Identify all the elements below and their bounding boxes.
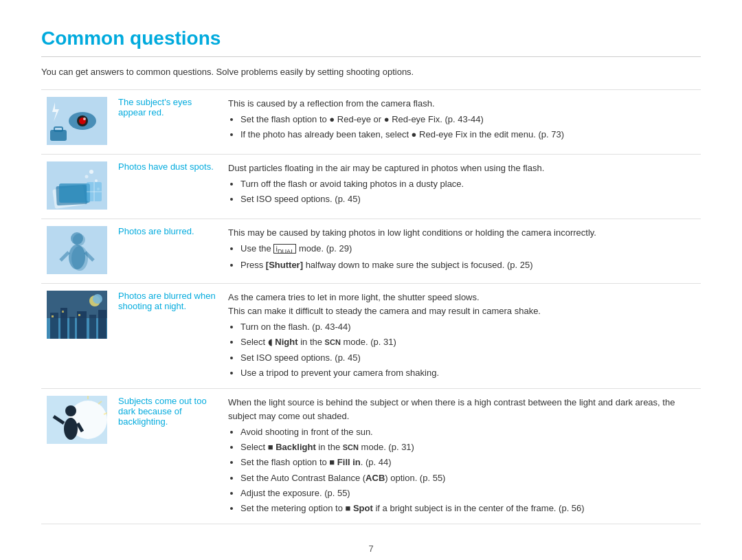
faq-desc-intro-dust-spots: Dust particles floating in the air may b…	[228, 161, 695, 175]
faq-desc-red-eye: This is caused by a reflection from the …	[223, 90, 701, 155]
faq-row-dust-spots: Photos have dust spots.Dust particles fl…	[41, 155, 701, 219]
svg-rect-33	[69, 317, 75, 339]
faq-row-red-eye: The subject's eyes appear red.This is ca…	[41, 90, 701, 155]
faq-bullet-item: Select ■ Backlight in the SCN mode. (p. …	[240, 440, 695, 454]
faq-bullet-item: Use the iDUAL mode. (p. 29)	[240, 242, 695, 256]
faq-image-night-blur	[41, 284, 113, 389]
faq-desc-intro-blurred: This may be caused by taking photos in l…	[228, 226, 695, 240]
svg-point-43	[64, 418, 78, 440]
faq-desc-intro-backlight: When the light source is behind the subj…	[228, 396, 695, 423]
faq-row-blurred: Photos are blurred.This may be caused by…	[41, 219, 701, 284]
faq-bullet-item: Press [Shutter] halfway down to make sur…	[240, 258, 695, 272]
faq-bullet-item: Avoid shooting in front of the sun.	[240, 425, 695, 439]
svg-point-5	[83, 117, 86, 120]
svg-point-14	[85, 175, 89, 179]
faq-label-night-blur: Photos are blurred when shooting at nigh…	[113, 284, 223, 389]
faq-bullets-red-eye: Set the flash option to ● Red-eye or ● R…	[240, 113, 695, 142]
faq-bullets-night-blur: Turn on the flash. (p. 43-44)Select ◖ Ni…	[240, 320, 695, 380]
faq-image-blurred	[41, 219, 113, 284]
faq-label-dust-spots: Photos have dust spots.	[113, 155, 223, 219]
faq-table: The subject's eyes appear red.This is ca…	[41, 89, 701, 524]
faq-bullet-item: Set the metering option to ■ Spot if a b…	[240, 502, 695, 515]
page-title: Common questions	[41, 27, 701, 49]
faq-bullet-item: Set ISO speed options. (p. 45)	[240, 351, 695, 365]
faq-image-red-eye	[41, 90, 113, 155]
svg-rect-39	[78, 314, 80, 316]
faq-bullets-backlight: Avoid shooting in front of the sun.Selec…	[240, 425, 695, 515]
faq-bullet-item: Set ISO speed options. (p. 45)	[240, 192, 695, 206]
faq-desc-night-blur: As the camera tries to let in more light…	[223, 284, 701, 389]
faq-label-blurred: Photos are blurred.	[113, 219, 223, 284]
svg-rect-37	[52, 315, 54, 317]
svg-rect-35	[89, 315, 96, 339]
faq-label-red-eye: The subject's eyes appear red.	[113, 90, 223, 155]
faq-desc-backlight: When the light source is behind the subj…	[223, 388, 701, 524]
svg-point-21	[73, 234, 85, 246]
svg-point-42	[65, 405, 76, 416]
svg-point-12	[89, 170, 93, 174]
faq-desc-blurred: This may be caused by taking photos in l…	[223, 219, 701, 284]
title-divider	[41, 56, 701, 57]
faq-image-backlight	[41, 388, 113, 524]
page-number: 7	[41, 544, 701, 554]
faq-bullet-item: Adjust the exposure. (p. 55)	[240, 486, 695, 500]
faq-bullet-item: Set the Auto Contrast Balance (ACB) opti…	[240, 471, 695, 485]
faq-desc-intro-night-blur: As the camera tries to let in more light…	[228, 291, 695, 304]
faq-desc-intro-red-eye: This is caused by a reflection from the …	[228, 97, 695, 111]
svg-point-23	[71, 246, 88, 271]
faq-desc-dust-spots: Dust particles floating in the air may b…	[223, 155, 701, 219]
svg-rect-11	[59, 183, 90, 203]
faq-bullet-item: Use a tripod to prevent your camera from…	[240, 366, 695, 380]
svg-rect-31	[50, 313, 58, 339]
faq-bullet-item: Set the flash option to ● Red-eye or ● R…	[240, 113, 695, 126]
svg-point-29	[93, 294, 102, 304]
faq-bullet-item: Turn on the flash. (p. 43-44)	[240, 320, 695, 334]
faq-bullets-blurred: Use the iDUAL mode. (p. 29)Press [Shutte…	[240, 242, 695, 272]
faq-row-backlight: Subjects come out too dark because of ba…	[41, 388, 701, 524]
faq-bullet-item: If the photo has already been taken, sel…	[240, 128, 695, 142]
faq-row-night-blur: Photos are blurred when shooting at nigh…	[41, 284, 701, 389]
svg-rect-36	[98, 310, 106, 339]
faq-bullets-dust-spots: Turn off the flash or avoid taking photo…	[240, 177, 695, 206]
page-subtitle: You can get answers to common questions.…	[41, 67, 701, 77]
faq-label-backlight: Subjects come out too dark because of ba…	[113, 388, 223, 524]
faq-bullet-item: Set the flash option to ■ Fill in. (p. 4…	[240, 456, 695, 469]
svg-point-13	[95, 179, 98, 182]
svg-rect-38	[62, 311, 64, 313]
faq-bullet-item: Turn off the flash or avoid taking photo…	[240, 177, 695, 191]
faq-image-dust-spots	[41, 155, 113, 219]
faq-bullet-item: Select ◖ Night in the SCN mode. (p. 31)	[240, 335, 695, 349]
faq-desc-intro-night-blur: This can make it difficult to steady the…	[228, 304, 695, 318]
